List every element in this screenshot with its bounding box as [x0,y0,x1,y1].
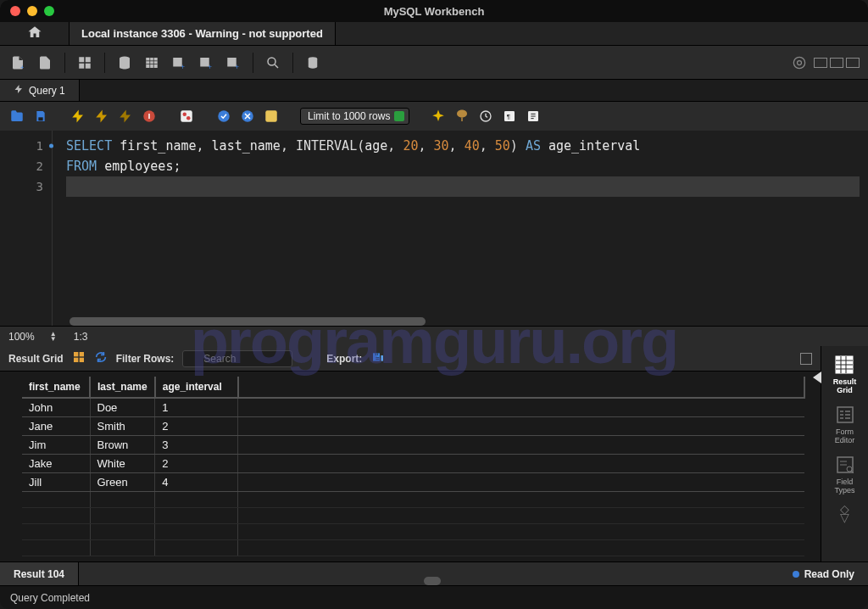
table-cell[interactable]: Brown [90,436,155,455]
stop-button[interactable] [141,108,158,125]
table-cell[interactable]: 2 [155,455,238,473]
db-add-routine-button[interactable]: + [224,53,242,72]
caret-left-icon[interactable] [813,372,821,383]
snippets-button[interactable] [525,108,542,125]
table-cell[interactable]: 2 [155,417,238,436]
grid-icon[interactable] [72,350,86,366]
table-row[interactable]: JaneSmith2 [22,417,804,436]
svg-text:¶: ¶ [507,113,510,120]
editor-status-row: 100% ▲▼ 1:3 [0,326,868,346]
toggle-whitespace-button[interactable] [263,108,280,125]
table-row[interactable]: JohnDoe1 [22,398,804,417]
export-button[interactable] [370,350,386,366]
table-cell[interactable]: 1 [155,398,238,417]
table-cell[interactable]: 4 [155,473,238,492]
toggle-autocommit-button[interactable] [178,108,195,125]
table-cell[interactable]: John [22,398,90,417]
svg-text:+: + [20,63,25,70]
result-grid-mode-label: Result Grid [833,377,857,394]
find-button[interactable] [453,108,470,125]
read-only-label: Read Only [804,568,854,580]
export-label: Export: [326,353,362,365]
execute-button[interactable] [70,108,86,125]
table-cell[interactable]: Smith [90,417,155,436]
svg-rect-29 [373,353,380,360]
commit-button[interactable] [215,108,232,125]
db-add-table-button[interactable]: + [170,53,188,72]
result-tab[interactable]: Result 104 [0,562,79,585]
settings-button[interactable] [790,53,809,72]
wrap-button[interactable]: ¶ [501,108,518,125]
result-grid-mode[interactable]: Result Grid [833,355,857,394]
form-editor-mode[interactable]: Form Editor [834,405,856,444]
table-cell[interactable]: Green [90,473,155,492]
result-grid[interactable]: first_namelast_nameage_interval JohnDoe1… [0,372,821,562]
refresh-icon[interactable] [94,350,108,366]
filter-input[interactable] [182,350,292,367]
table-cell[interactable]: Jill [22,473,90,492]
table-row[interactable]: JakeWhite2 [22,455,804,473]
scroll-arrows[interactable]: ◇▽ [840,505,849,522]
table-cell-spacer [238,398,804,417]
inspector-button[interactable] [75,53,94,72]
limit-rows-select[interactable]: Limit to 1000 rows [300,108,409,125]
invisible-chars-button[interactable] [477,108,494,125]
table-cell[interactable]: Jane [22,417,90,436]
editor-content[interactable]: SELECT first_name, last_name, INTERVAL(a… [53,131,868,326]
explain-button[interactable] [117,108,134,125]
status-text: Query Completed [10,592,90,604]
beautify-button[interactable] [430,108,447,125]
column-header[interactable]: last_name [90,377,155,398]
db-cylinder-button[interactable] [115,53,134,72]
zoom-stepper[interactable]: ▲▼ [50,332,58,342]
svg-text:+: + [235,63,239,70]
refresh-button[interactable] [303,53,322,72]
home-icon [27,25,42,42]
svg-text:+: + [181,63,185,70]
table-row[interactable]: JimBrown3 [22,436,804,455]
table-cell[interactable]: 3 [155,436,238,455]
table-cell[interactable]: Jim [22,436,90,455]
execute-current-button[interactable] [93,108,110,125]
sql-editor[interactable]: 1 2 3 SELECT first_name, last_name, INTE… [0,131,868,326]
query-tab[interactable]: Query 1 [0,80,80,101]
column-header[interactable]: first_name [22,377,90,398]
home-tab[interactable] [0,22,70,45]
db-add-view-button[interactable]: + [197,53,215,72]
table-cell-spacer [238,417,804,436]
svg-rect-28 [79,358,83,362]
open-sql-button[interactable] [8,108,25,125]
left-panel-toggle[interactable] [814,58,827,68]
readonly-dot-icon [793,571,799,578]
panel-toggle-group [814,58,860,68]
line-number: 1 [0,136,52,156]
column-header[interactable]: age_interval [155,377,238,398]
editor-gutter: 1 2 3 [0,131,53,326]
right-panel-toggle[interactable] [846,58,860,68]
save-sql-button[interactable] [32,108,49,125]
svg-rect-27 [74,358,78,362]
zoom-level[interactable]: 100% [8,331,35,343]
field-types-mode[interactable]: Field Types [834,455,856,494]
new-file-button[interactable]: + [8,53,27,72]
table-cell[interactable]: White [90,455,155,473]
table-row[interactable]: JillGreen4 [22,473,804,492]
result-options-button[interactable] [800,353,812,365]
table-row-empty [22,540,804,556]
search-button[interactable] [264,53,282,72]
bottom-scrollbar-thumb[interactable] [424,577,441,585]
connection-tab[interactable]: Local instance 3306 - Warning - not supp… [70,22,336,45]
horizontal-scrollbar[interactable] [70,317,426,326]
db-tables-button[interactable] [142,53,161,72]
result-tab-label: Result 104 [14,568,64,580]
rollback-button[interactable] [239,108,256,125]
bottom-panel-toggle[interactable] [830,58,843,68]
open-file-button[interactable] [36,53,54,72]
connection-tab-label: Local instance 3306 - Warning - not supp… [81,27,323,40]
table-row-empty [22,492,804,508]
line-number: 2 [0,156,52,176]
table-cell[interactable]: Jake [22,455,90,473]
svg-rect-26 [79,352,83,356]
table-cell[interactable]: Doe [90,398,155,417]
query-tab-label: Query 1 [29,85,65,97]
